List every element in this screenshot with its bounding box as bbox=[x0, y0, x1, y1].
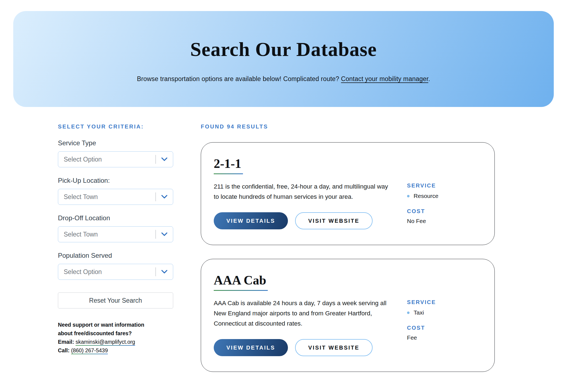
select-placeholder: Select Town bbox=[58, 231, 156, 238]
card-meta-column: SERVICE Resource COST No Fee bbox=[407, 181, 479, 229]
subtitle-text: Browse transportation options are availa… bbox=[137, 75, 341, 82]
bullet-icon bbox=[407, 312, 410, 314]
results-count-heading: FOUND 94 RESULTS bbox=[201, 123, 495, 130]
card-meta-column: SERVICE Taxi COST Fee bbox=[407, 298, 479, 356]
dropoff-location-select[interactable]: Select Town bbox=[58, 226, 173, 242]
criteria-heading: SELECT YOUR CRITERIA: bbox=[58, 123, 173, 130]
service-item: Resource bbox=[407, 193, 479, 199]
filter-label: Population Served bbox=[58, 252, 173, 259]
card-left-column: AAA Cab is available 24 hours a day, 7 d… bbox=[214, 298, 394, 356]
service-item: Taxi bbox=[407, 309, 479, 316]
results-panel: FOUND 94 RESULTS 2-1-1 211 is the confid… bbox=[201, 123, 495, 372]
filter-label: Pick-Up Location: bbox=[58, 177, 173, 184]
filter-label: Drop-Off Location bbox=[58, 214, 173, 222]
card-actions: VIEW DETAILS VISIT WEBSITE bbox=[214, 339, 394, 356]
service-value: Taxi bbox=[414, 309, 424, 316]
filter-label: Service Type bbox=[58, 139, 173, 147]
select-placeholder: Select Town bbox=[58, 193, 156, 201]
view-details-button[interactable]: VIEW DETAILS bbox=[214, 212, 288, 229]
bullet-icon bbox=[407, 195, 410, 197]
result-card-aaa-cab: AAA Cab AAA Cab is available 24 hours a … bbox=[201, 259, 495, 372]
page-subtitle: Browse transportation options are availa… bbox=[13, 75, 554, 83]
result-title-link[interactable]: 2-1-1 bbox=[214, 156, 243, 174]
card-body: AAA Cab is available 24 hours a day, 7 d… bbox=[214, 298, 479, 356]
cost-value: Fee bbox=[407, 334, 479, 341]
select-placeholder: Select Option bbox=[58, 268, 156, 276]
support-line-1: Need support or want information bbox=[58, 321, 157, 329]
contact-mobility-manager-link[interactable]: Contact your mobility manager bbox=[341, 75, 428, 82]
result-description: AAA Cab is available 24 hours a day, 7 d… bbox=[214, 298, 394, 329]
email-label: Email: bbox=[58, 339, 74, 345]
support-call-row: Call: (860) 267-5439 bbox=[58, 346, 157, 355]
pickup-location-select[interactable]: Select Town bbox=[58, 189, 173, 205]
cost-block: COST No Fee bbox=[407, 208, 479, 224]
visit-website-button[interactable]: VISIT WEBSITE bbox=[295, 212, 373, 229]
cost-heading: COST bbox=[407, 208, 479, 214]
service-value: Resource bbox=[414, 193, 438, 199]
service-heading: SERVICE bbox=[407, 182, 479, 189]
reset-search-button[interactable]: Reset Your Search bbox=[58, 292, 173, 308]
filter-service-type: Service Type Select Option bbox=[58, 139, 173, 167]
cost-value: No Fee bbox=[407, 218, 479, 224]
support-info: Need support or want information about f… bbox=[58, 321, 157, 355]
support-line-2: about free/discounted fares? bbox=[58, 329, 157, 338]
visit-website-button[interactable]: VISIT WEBSITE bbox=[295, 339, 373, 356]
filter-pickup-location: Pick-Up Location: Select Town bbox=[58, 177, 173, 205]
card-actions: VIEW DETAILS VISIT WEBSITE bbox=[214, 212, 394, 229]
result-title-link[interactable]: AAA Cab bbox=[214, 273, 268, 291]
hero-banner: Search Our Database Browse transportatio… bbox=[13, 11, 554, 107]
service-type-select[interactable]: Select Option bbox=[58, 151, 173, 167]
cost-block: COST Fee bbox=[407, 325, 479, 341]
phone-link[interactable]: (860) 267-5439 bbox=[71, 347, 108, 354]
page-title: Search Our Database bbox=[13, 11, 554, 61]
chevron-down-icon bbox=[156, 232, 173, 236]
filter-population-served: Population Served Select Option bbox=[58, 252, 173, 280]
filter-dropoff-location: Drop-Off Location Select Town bbox=[58, 214, 173, 242]
support-email-row: Email: skaminski@amplifyct.org bbox=[58, 338, 157, 346]
view-details-button[interactable]: VIEW DETAILS bbox=[214, 339, 288, 356]
cost-heading: COST bbox=[407, 325, 479, 331]
card-body: 211 is the confidential, free, 24-hour a… bbox=[214, 181, 479, 229]
result-description: 211 is the confidential, free, 24-hour a… bbox=[214, 181, 394, 202]
chevron-down-icon bbox=[156, 270, 173, 274]
call-label: Call: bbox=[58, 347, 69, 353]
select-placeholder: Select Option bbox=[58, 156, 156, 163]
subtitle-period: . bbox=[428, 75, 430, 82]
chevron-down-icon bbox=[156, 157, 173, 161]
population-served-select[interactable]: Select Option bbox=[58, 264, 173, 280]
card-left-column: 211 is the confidential, free, 24-hour a… bbox=[214, 181, 394, 229]
service-heading: SERVICE bbox=[407, 299, 479, 305]
email-link[interactable]: skaminski@amplifyct.org bbox=[76, 339, 135, 346]
result-card-211: 2-1-1 211 is the confidential, free, 24-… bbox=[201, 142, 495, 245]
chevron-down-icon bbox=[156, 195, 173, 199]
search-criteria-panel: SELECT YOUR CRITERIA: Service Type Selec… bbox=[58, 123, 173, 355]
